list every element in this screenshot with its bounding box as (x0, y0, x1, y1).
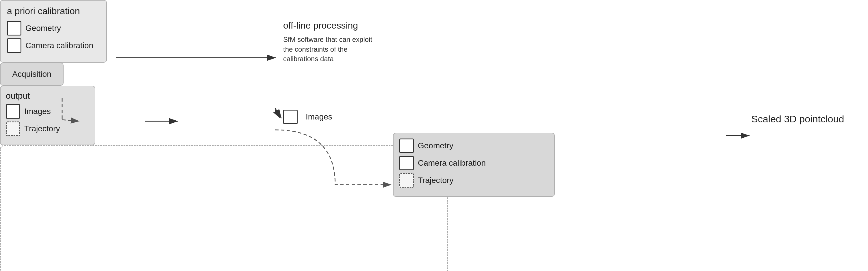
output-box: output Images Trajectory (0, 86, 95, 145)
sfm-text: SfM software that can exploit the constr… (283, 35, 381, 64)
trajectory-item-inner: Trajectory (399, 173, 549, 188)
apriori-calibration-box: a priori calibration Geometry Camera cal… (0, 0, 107, 63)
geometry-icon-inner (399, 139, 414, 153)
camera-calibration-item-apriori: Camera calibration (7, 38, 100, 53)
arrow-output-to-offline-images (275, 108, 281, 118)
offline-title: off-line processing (283, 20, 358, 31)
camera-calibration-label-apriori: Camera calibration (25, 41, 93, 50)
camera-calibration-item-inner: Camera calibration (399, 156, 549, 170)
arrow-output-images-to-offline (275, 110, 280, 118)
geometry-icon-apriori (7, 21, 21, 35)
acquisition-box: Acquisition (0, 63, 64, 86)
trajectory-icon-output (6, 122, 20, 136)
diagram-container: a priori calibration Geometry Camera cal… (0, 0, 868, 271)
scaled-3d-pointcloud-label: Scaled 3D pointcloud (751, 112, 844, 125)
images-item-output: Images (6, 104, 90, 118)
camera-calibration-label-inner: Camera calibration (418, 159, 486, 168)
trajectory-icon-inner (399, 173, 414, 188)
images-icon-output (6, 104, 20, 118)
output-title: output (6, 91, 90, 101)
geometry-item-apriori: Geometry (7, 21, 100, 35)
acquisition-label: Acquisition (12, 70, 51, 79)
offline-processing-box (0, 145, 448, 271)
images-item-offline: Images (283, 110, 332, 124)
geometry-label-apriori: Geometry (25, 24, 61, 33)
camera-calibration-icon-apriori (7, 38, 21, 53)
images-label-offline: Images (306, 112, 332, 122)
images-label-output: Images (24, 107, 51, 116)
camera-calibration-icon-inner (399, 156, 414, 170)
trajectory-item-output: Trajectory (6, 122, 90, 136)
geometry-label-inner: Geometry (418, 141, 453, 150)
trajectory-label-inner: Trajectory (418, 176, 453, 185)
apriori-title: a priori calibration (7, 6, 100, 16)
images-icon-offline (283, 110, 298, 124)
inner-gray-box: Geometry Camera calibration Trajectory (393, 133, 555, 197)
geometry-item-inner: Geometry (399, 139, 549, 153)
trajectory-label-output: Trajectory (24, 124, 60, 133)
